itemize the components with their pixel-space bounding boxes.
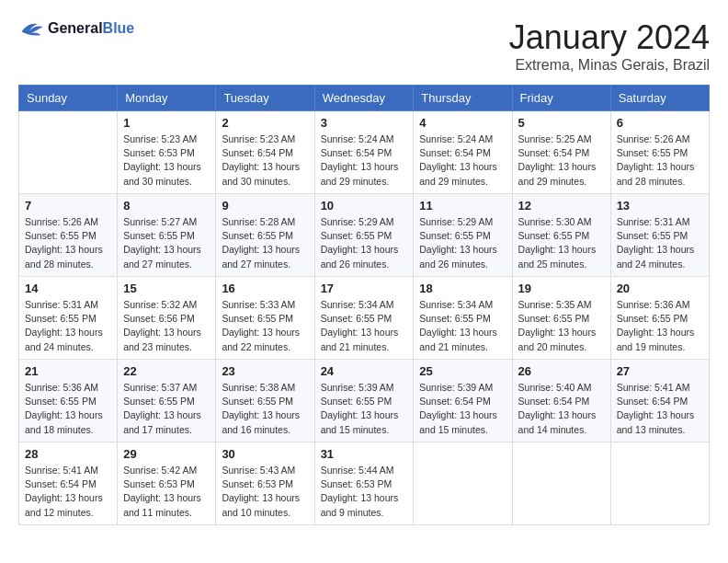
day-number: 28 xyxy=(25,447,111,461)
week-row-1: 1Sunrise: 5:23 AM Sunset: 6:53 PM Daylig… xyxy=(19,111,710,194)
calendar-cell: 10Sunrise: 5:29 AM Sunset: 6:55 PM Dayli… xyxy=(314,194,414,277)
day-number: 21 xyxy=(25,364,111,378)
calendar-cell xyxy=(414,442,512,525)
calendar-cell: 19Sunrise: 5:35 AM Sunset: 6:55 PM Dayli… xyxy=(512,277,610,360)
logo-text: GeneralBlue xyxy=(48,20,134,37)
day-number: 6 xyxy=(617,116,703,130)
day-info: Sunrise: 5:33 AM Sunset: 6:55 PM Dayligh… xyxy=(222,298,308,354)
day-number: 4 xyxy=(419,116,506,130)
day-number: 12 xyxy=(518,199,605,213)
day-number: 11 xyxy=(419,199,506,213)
location-subtitle: Extrema, Minas Gerais, Brazil xyxy=(509,57,710,74)
day-number: 20 xyxy=(617,282,703,295)
header-day-monday: Monday xyxy=(118,86,216,111)
day-number: 3 xyxy=(321,116,408,130)
calendar-cell xyxy=(610,442,709,525)
day-number: 23 xyxy=(222,364,308,378)
calendar-cell: 6Sunrise: 5:26 AM Sunset: 6:55 PM Daylig… xyxy=(610,111,709,194)
calendar-cell: 12Sunrise: 5:30 AM Sunset: 6:55 PM Dayli… xyxy=(512,194,610,277)
day-info: Sunrise: 5:41 AM Sunset: 6:54 PM Dayligh… xyxy=(617,381,703,437)
day-number: 22 xyxy=(123,364,210,378)
day-info: Sunrise: 5:34 AM Sunset: 6:55 PM Dayligh… xyxy=(321,298,408,354)
calendar-cell: 30Sunrise: 5:43 AM Sunset: 6:53 PM Dayli… xyxy=(216,442,314,525)
header-day-thursday: Thursday xyxy=(414,86,512,111)
week-row-2: 7Sunrise: 5:26 AM Sunset: 6:55 PM Daylig… xyxy=(19,194,710,277)
calendar-table: SundayMondayTuesdayWednesdayThursdayFrid… xyxy=(18,85,710,525)
day-info: Sunrise: 5:23 AM Sunset: 6:54 PM Dayligh… xyxy=(222,132,308,189)
day-number: 24 xyxy=(321,364,408,378)
calendar-cell: 27Sunrise: 5:41 AM Sunset: 6:54 PM Dayli… xyxy=(610,360,709,442)
calendar-cell: 8Sunrise: 5:27 AM Sunset: 6:55 PM Daylig… xyxy=(118,194,216,277)
day-number: 15 xyxy=(123,282,210,295)
calendar-cell: 24Sunrise: 5:39 AM Sunset: 6:55 PM Dayli… xyxy=(314,360,414,442)
calendar-cell: 17Sunrise: 5:34 AM Sunset: 6:55 PM Dayli… xyxy=(314,277,414,360)
calendar-cell: 28Sunrise: 5:41 AM Sunset: 6:54 PM Dayli… xyxy=(19,442,118,525)
day-number: 16 xyxy=(222,282,308,295)
calendar-cell: 31Sunrise: 5:44 AM Sunset: 6:53 PM Dayli… xyxy=(314,442,414,525)
calendar-cell: 23Sunrise: 5:38 AM Sunset: 6:55 PM Dayli… xyxy=(216,360,314,442)
calendar-header: SundayMondayTuesdayWednesdayThursdayFrid… xyxy=(19,86,710,111)
day-number: 25 xyxy=(419,364,506,378)
day-info: Sunrise: 5:43 AM Sunset: 6:53 PM Dayligh… xyxy=(222,464,308,520)
header-day-wednesday: Wednesday xyxy=(314,86,414,111)
day-info: Sunrise: 5:34 AM Sunset: 6:55 PM Dayligh… xyxy=(419,298,506,354)
week-row-5: 28Sunrise: 5:41 AM Sunset: 6:54 PM Dayli… xyxy=(19,442,710,525)
calendar-cell: 5Sunrise: 5:25 AM Sunset: 6:54 PM Daylig… xyxy=(512,111,610,194)
day-number: 8 xyxy=(123,199,210,213)
calendar-cell: 9Sunrise: 5:28 AM Sunset: 6:55 PM Daylig… xyxy=(216,194,314,277)
calendar-cell: 18Sunrise: 5:34 AM Sunset: 6:55 PM Dayli… xyxy=(414,277,512,360)
day-number: 14 xyxy=(25,282,111,295)
calendar-body: 1Sunrise: 5:23 AM Sunset: 6:53 PM Daylig… xyxy=(19,111,710,525)
week-row-3: 14Sunrise: 5:31 AM Sunset: 6:55 PM Dayli… xyxy=(19,277,710,360)
calendar-cell: 3Sunrise: 5:24 AM Sunset: 6:54 PM Daylig… xyxy=(314,111,414,194)
day-info: Sunrise: 5:30 AM Sunset: 6:55 PM Dayligh… xyxy=(518,215,605,271)
day-info: Sunrise: 5:26 AM Sunset: 6:55 PM Dayligh… xyxy=(617,132,703,189)
day-info: Sunrise: 5:27 AM Sunset: 6:55 PM Dayligh… xyxy=(123,215,210,271)
week-row-4: 21Sunrise: 5:36 AM Sunset: 6:55 PM Dayli… xyxy=(19,360,710,442)
day-number: 30 xyxy=(222,447,308,461)
day-number: 31 xyxy=(321,447,408,461)
day-info: Sunrise: 5:44 AM Sunset: 6:53 PM Dayligh… xyxy=(321,464,408,520)
header-day-sunday: Sunday xyxy=(19,86,118,111)
header-day-saturday: Saturday xyxy=(610,86,709,111)
day-number: 10 xyxy=(321,199,408,213)
calendar-cell: 11Sunrise: 5:29 AM Sunset: 6:55 PM Dayli… xyxy=(414,194,512,277)
calendar-cell: 2Sunrise: 5:23 AM Sunset: 6:54 PM Daylig… xyxy=(216,111,314,194)
day-info: Sunrise: 5:36 AM Sunset: 6:55 PM Dayligh… xyxy=(25,381,111,437)
calendar-cell: 16Sunrise: 5:33 AM Sunset: 6:55 PM Dayli… xyxy=(216,277,314,360)
day-number: 17 xyxy=(321,282,408,295)
calendar-cell: 15Sunrise: 5:32 AM Sunset: 6:56 PM Dayli… xyxy=(118,277,216,360)
logo-icon xyxy=(18,18,44,39)
logo: GeneralBlue xyxy=(18,18,134,39)
day-info: Sunrise: 5:31 AM Sunset: 6:55 PM Dayligh… xyxy=(25,298,111,354)
day-info: Sunrise: 5:25 AM Sunset: 6:54 PM Dayligh… xyxy=(518,132,605,189)
day-number: 29 xyxy=(123,447,210,461)
header-row: SundayMondayTuesdayWednesdayThursdayFrid… xyxy=(19,86,710,111)
month-title: January 2024 xyxy=(509,18,710,57)
page-header: GeneralBlue January 2024 Extrema, Minas … xyxy=(18,18,710,74)
calendar-cell: 21Sunrise: 5:36 AM Sunset: 6:55 PM Dayli… xyxy=(19,360,118,442)
calendar-cell xyxy=(512,442,610,525)
day-info: Sunrise: 5:35 AM Sunset: 6:55 PM Dayligh… xyxy=(518,298,605,354)
calendar-cell: 14Sunrise: 5:31 AM Sunset: 6:55 PM Dayli… xyxy=(19,277,118,360)
day-number: 7 xyxy=(25,199,111,213)
day-info: Sunrise: 5:36 AM Sunset: 6:55 PM Dayligh… xyxy=(617,298,703,354)
day-info: Sunrise: 5:39 AM Sunset: 6:54 PM Dayligh… xyxy=(419,381,506,437)
day-number: 27 xyxy=(617,364,703,378)
day-number: 13 xyxy=(617,199,703,213)
day-info: Sunrise: 5:23 AM Sunset: 6:53 PM Dayligh… xyxy=(123,132,210,189)
day-info: Sunrise: 5:24 AM Sunset: 6:54 PM Dayligh… xyxy=(321,132,408,189)
day-number: 26 xyxy=(518,364,605,378)
header-day-tuesday: Tuesday xyxy=(216,86,314,111)
day-number: 18 xyxy=(419,282,506,295)
calendar-cell: 1Sunrise: 5:23 AM Sunset: 6:53 PM Daylig… xyxy=(118,111,216,194)
day-info: Sunrise: 5:26 AM Sunset: 6:55 PM Dayligh… xyxy=(25,215,111,271)
day-number: 5 xyxy=(518,116,605,130)
day-info: Sunrise: 5:28 AM Sunset: 6:55 PM Dayligh… xyxy=(222,215,308,271)
calendar-cell: 7Sunrise: 5:26 AM Sunset: 6:55 PM Daylig… xyxy=(19,194,118,277)
day-info: Sunrise: 5:37 AM Sunset: 6:55 PM Dayligh… xyxy=(123,381,210,437)
day-info: Sunrise: 5:39 AM Sunset: 6:55 PM Dayligh… xyxy=(321,381,408,437)
day-number: 19 xyxy=(518,282,605,295)
day-info: Sunrise: 5:24 AM Sunset: 6:54 PM Dayligh… xyxy=(419,132,506,189)
day-info: Sunrise: 5:29 AM Sunset: 6:55 PM Dayligh… xyxy=(321,215,408,271)
